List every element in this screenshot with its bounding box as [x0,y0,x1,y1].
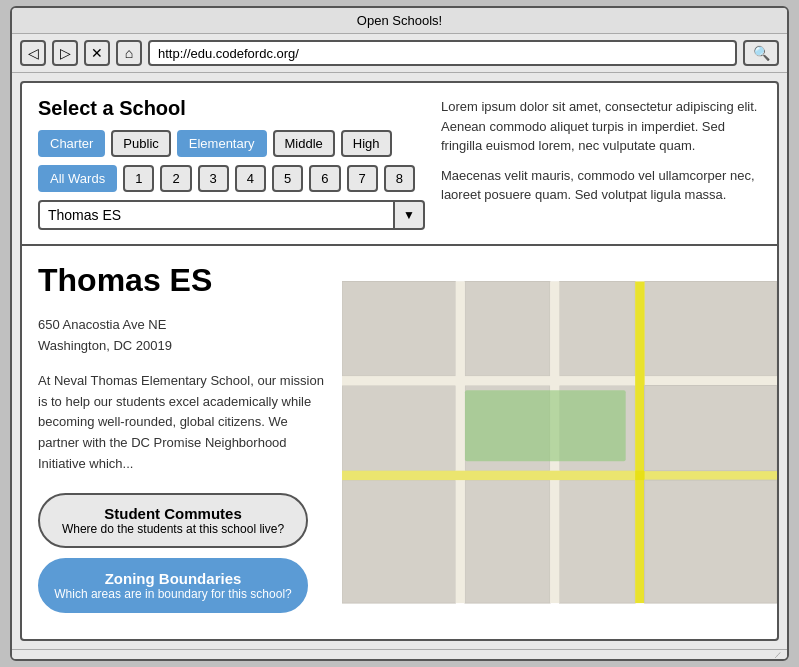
filter-public[interactable]: Public [111,130,170,157]
close-icon: ✕ [91,45,103,61]
search-icon: 🔍 [753,45,770,61]
selection-left: Select a School Charter Public Elementar… [38,97,425,230]
resize-icon: ⟋ [773,649,783,660]
school-dropdown-row: Thomas ES ▼ [38,200,425,230]
description-p2: Maecenas velit mauris, commodo vel ullam… [441,166,761,205]
forward-icon: ▷ [60,45,71,61]
dropdown-arrow[interactable]: ▼ [395,200,425,230]
school-info: Thomas ES 650 Anacostia Ave NE Washingto… [22,246,342,639]
back-button[interactable]: ◁ [20,40,46,66]
school-description: At Neval Thomas Elementary School, our m… [38,371,326,475]
student-commutes-subtitle: Where do the students at this school liv… [54,522,292,536]
filter-ward-1[interactable]: 1 [123,165,154,192]
description-p1: Lorem ipsum dolor sit amet, consectetur … [441,97,761,156]
filter-ward-4[interactable]: 4 [235,165,266,192]
school-select[interactable]: Thomas ES [38,200,395,230]
back-icon: ◁ [28,45,39,61]
svg-rect-10 [560,480,636,603]
student-commutes-title: Student Commutes [54,505,292,522]
filter-ward-2[interactable]: 2 [160,165,191,192]
selection-title: Select a School [38,97,425,120]
filter-ward-3[interactable]: 3 [198,165,229,192]
svg-rect-19 [645,386,777,471]
svg-rect-17 [342,471,777,480]
filter-ward-7[interactable]: 7 [347,165,378,192]
zoning-boundaries-button[interactable]: Zoning Boundaries Which areas are in bou… [38,558,308,613]
address-line2: Washington, DC 20019 [38,336,326,357]
ward-filter-row: All Wards 1 2 3 4 5 6 7 8 [38,165,425,192]
page-title: Open Schools! [357,13,442,28]
school-address: 650 Anacostia Ave NE Washington, DC 2001… [38,315,326,357]
home-button[interactable]: ⌂ [116,40,142,66]
main-content: Thomas ES 650 Anacostia Ave NE Washingto… [22,246,777,639]
forward-button[interactable]: ▷ [52,40,78,66]
address-bar[interactable] [148,40,737,66]
svg-rect-4 [645,282,777,377]
school-name-heading: Thomas ES [38,262,326,299]
svg-rect-20 [645,480,777,603]
browser-window: Open Schools! ◁ ▷ ✕ ⌂ 🔍 Select a School [10,6,789,661]
address-line1: 650 Anacostia Ave NE [38,315,326,336]
close-button[interactable]: ✕ [84,40,110,66]
browser-titlebar: Open Schools! [12,8,787,34]
type-filter-row: Charter Public Elementary Middle High [38,130,425,157]
filter-middle[interactable]: Middle [273,130,335,157]
svg-rect-9 [465,480,550,603]
filter-charter[interactable]: Charter [38,130,105,157]
map-area [342,246,777,639]
svg-rect-8 [342,480,455,603]
filter-all-wards[interactable]: All Wards [38,165,117,192]
browser-toolbar: ◁ ▷ ✕ ⌂ 🔍 [12,34,787,73]
bottom-bar: ⟋ [12,649,787,659]
selection-panel: Select a School Charter Public Elementar… [22,83,777,246]
filter-ward-5[interactable]: 5 [272,165,303,192]
filter-high[interactable]: High [341,130,392,157]
student-commutes-button[interactable]: Student Commutes Where do the students a… [38,493,308,548]
zoning-boundaries-title: Zoning Boundaries [54,570,292,587]
filter-elementary[interactable]: Elementary [177,130,267,157]
map-svg [342,246,777,639]
selection-right: Lorem ipsum dolor sit amet, consectetur … [441,97,761,230]
filter-ward-6[interactable]: 6 [309,165,340,192]
svg-rect-5 [342,386,455,471]
svg-rect-16 [635,282,644,604]
svg-rect-2 [465,282,550,377]
svg-rect-18 [465,390,626,461]
svg-rect-3 [560,282,636,377]
home-icon: ⌂ [125,45,133,61]
filter-ward-8[interactable]: 8 [384,165,415,192]
chevron-down-icon: ▼ [403,208,415,222]
svg-rect-1 [342,282,455,377]
browser-content: Select a School Charter Public Elementar… [20,81,779,641]
svg-rect-13 [455,282,464,604]
search-button[interactable]: 🔍 [743,40,779,66]
zoning-boundaries-subtitle: Which areas are in boundary for this sch… [54,587,292,601]
